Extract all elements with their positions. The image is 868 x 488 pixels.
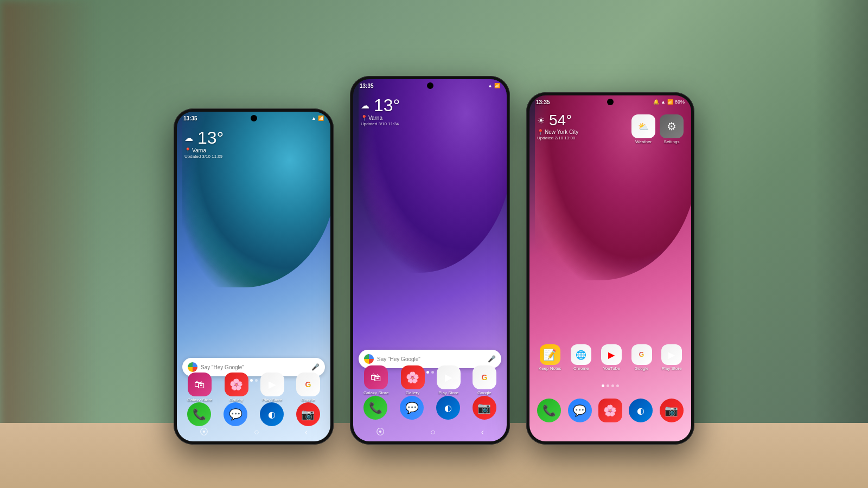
app-samsung-center[interactable]: ◐: [436, 396, 460, 420]
app-gallery-center[interactable]: 🌸 Gallery: [401, 365, 425, 395]
app-google-right[interactable]: G Google: [631, 344, 652, 371]
notif-icon-right: 🔔: [653, 99, 659, 105]
app-weather-right[interactable]: ⛅ Weather: [631, 114, 655, 144]
recent-apps-left[interactable]: ⦿: [200, 427, 208, 437]
phone-left: 13:35 ▲ 📶 ☁ 13° 📍 Varna Updated 3/10 11:…: [174, 108, 334, 445]
app-camera-right[interactable]: 📷: [660, 399, 684, 422]
app-camera-left[interactable]: 📷: [296, 402, 320, 426]
app-messages-right[interactable]: 💬: [568, 399, 592, 422]
google-label-r: Google: [635, 366, 649, 371]
google-icon-left: G: [296, 373, 320, 396]
keep-icon: 📝: [540, 344, 560, 365]
app-camera-center[interactable]: 📷: [473, 396, 496, 420]
play-store-label-left: Play Store: [262, 397, 282, 402]
dot-2: [255, 379, 258, 382]
messages-icon-left: 💬: [224, 402, 247, 426]
recent-apps-center[interactable]: ⦿: [376, 427, 385, 437]
galaxy-store-label-c: Galaxy Store: [363, 390, 388, 395]
app-samsung-left[interactable]: ◐: [260, 402, 284, 426]
camera-hole-right: [607, 99, 614, 105]
weather-icon-center: ☁: [361, 100, 369, 111]
time-center: 13:35: [360, 83, 374, 89]
camera-icon-left: 📷: [296, 402, 320, 426]
weather-updated-center: Updated 3/10 11:34: [361, 121, 400, 126]
app-youtube-right[interactable]: ▶ YouTube: [601, 344, 622, 371]
settings-icon: ⚙: [660, 114, 684, 138]
app-google-center[interactable]: G Google: [473, 365, 496, 395]
dock-right: 📞 💬 🌸 ◐ 📷: [529, 399, 691, 422]
wifi-icon-center: ▲: [488, 83, 493, 88]
app-google-left[interactable]: G Google: [296, 373, 320, 402]
samsung-icon-left: ◐: [260, 402, 284, 426]
google-logo-left: [188, 362, 197, 372]
app-galaxy-store-center[interactable]: 🛍 Galaxy Store: [363, 365, 388, 395]
app-play-store-center[interactable]: ▶ Play Store: [437, 365, 461, 395]
screen-right: 13:35 🔔 ▲ 📶 89% ☀ 54° 📍 New York City: [529, 95, 691, 441]
app-gallery-left[interactable]: 🌸 Gallery: [225, 373, 248, 402]
signal-icon-left: 📶: [318, 115, 324, 121]
samsung-icon-r: ◐: [629, 399, 653, 422]
chrome-label: Chrome: [573, 366, 589, 371]
app-messages-center[interactable]: 💬: [400, 396, 424, 420]
weather-icon-right: ☀: [537, 115, 545, 126]
samsung-icon-c: ◐: [436, 396, 460, 420]
weather-location-center: 📍 Varna: [361, 115, 400, 121]
weather-location-right: 📍 New York City: [537, 129, 578, 135]
wifi-icon-left: ▲: [311, 115, 316, 121]
app-play-store-left[interactable]: ▶ Play Store: [260, 373, 284, 402]
gallery-icon: 🌸: [225, 373, 248, 396]
dot-r2: [607, 384, 609, 387]
app-galaxy-store-left[interactable]: 🛍 Galaxy Store: [187, 373, 212, 402]
nav-bar-left: ⦿ ○ ‹: [177, 427, 330, 437]
dot-c1: [426, 371, 429, 374]
wifi-icon-right: ▲: [661, 99, 666, 105]
phone-center: 13:35 ▲ 📶 ☁ 13° 📍 Varna Updated 3/10 11:…: [350, 76, 510, 445]
back-btn-left[interactable]: ‹: [305, 427, 308, 437]
home-btn-center[interactable]: ○: [430, 427, 436, 437]
app-phone-right[interactable]: 📞: [537, 399, 561, 422]
dots-left: [250, 379, 258, 382]
home-btn-left[interactable]: ○: [254, 427, 259, 437]
play-store-icon-r: ▶: [661, 344, 682, 365]
screen-left: 13:35 ▲ 📶 ☁ 13° 📍 Varna Updated 3/10 11:…: [177, 112, 330, 441]
app-messages-left[interactable]: 💬: [224, 402, 247, 426]
messages-icon-r: 💬: [568, 399, 592, 422]
search-text-center: Say "Hey Google": [377, 356, 484, 362]
mic-icon-center[interactable]: 🎤: [488, 355, 496, 363]
app-samsung-right[interactable]: ◐: [629, 399, 653, 422]
app-settings-right[interactable]: ⚙ Settings: [660, 114, 684, 144]
app-phone-center[interactable]: 📞: [363, 396, 387, 420]
camera-icon-r: 📷: [660, 399, 684, 422]
galaxy-store-icon-c: 🛍: [364, 365, 388, 389]
gallery-label: Gallery: [229, 397, 243, 402]
google-label-c: Google: [477, 390, 492, 395]
phone-icon-r: 📞: [537, 399, 561, 422]
dot-c2: [431, 371, 434, 374]
app-phone-left[interactable]: 📞: [187, 402, 211, 426]
time-right: 13:35: [536, 99, 550, 105]
google-label-left: Google: [301, 397, 315, 402]
dock-left: 📞 💬 ◐ 📷: [177, 402, 330, 426]
phones-container: 13:35 ▲ 📶 ☁ 13° 📍 Varna Updated 3/10 11:…: [0, 0, 868, 488]
phone-icon-left: 📞: [187, 402, 211, 426]
app-play-store-right[interactable]: ▶ Play Store: [661, 344, 682, 371]
mic-icon-left[interactable]: 🎤: [311, 363, 320, 371]
dots-center: [426, 371, 434, 374]
play-store-label-c: Play Store: [438, 390, 458, 395]
app-keep-right[interactable]: 📝 Keep Notes: [539, 344, 561, 371]
app-row-left: 🛍 Galaxy Store 🌸 Gallery ▶ Play Store G: [177, 373, 330, 402]
battery-right: 89%: [675, 99, 685, 105]
settings-label: Settings: [664, 139, 680, 144]
weather-app-label: Weather: [635, 139, 652, 144]
dock-center: 📞 💬 ◐ 📷: [353, 396, 507, 420]
gallery-icon-r: 🌸: [598, 399, 622, 422]
signal-icon-right: 📶: [667, 99, 673, 105]
dot-1: [250, 379, 253, 382]
chrome-icon: 🌐: [571, 344, 591, 365]
app-chrome-right[interactable]: 🌐 Chrome: [571, 344, 591, 371]
phone-right: 13:35 🔔 ▲ 📶 89% ☀ 54° 📍 New York City: [526, 92, 694, 445]
weather-app-icon: ⛅: [631, 114, 655, 138]
weather-temp-left: 13°: [197, 129, 224, 146]
back-btn-center[interactable]: ‹: [481, 427, 484, 437]
app-gallery-right[interactable]: 🌸: [598, 399, 622, 422]
